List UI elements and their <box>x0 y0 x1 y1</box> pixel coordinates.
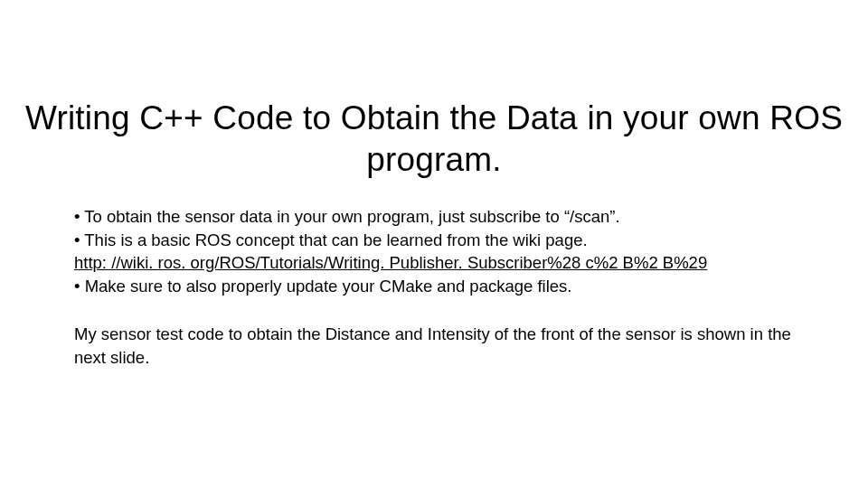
link-text[interactable]: http: //wiki. ros. org/ROS/Tutorials/Wri… <box>74 253 707 272</box>
bullet-item: Make sure to also properly update your C… <box>74 275 797 298</box>
slide: Writing C++ Code to Obtain the Data in y… <box>0 0 868 488</box>
bullet-item: This is a basic ROS concept that can be … <box>74 229 797 252</box>
bullet-item: To obtain the sensor data in your own pr… <box>74 205 797 229</box>
slide-body: To obtain the sensor data in your own pr… <box>74 205 797 369</box>
tutorial-link[interactable]: http: //wiki. ros. org/ROS/Tutorials/Wri… <box>74 251 797 275</box>
slide-title: Writing C++ Code to Obtain the Data in y… <box>0 98 868 182</box>
closing-text: My sensor test code to obtain the Distan… <box>74 323 797 369</box>
